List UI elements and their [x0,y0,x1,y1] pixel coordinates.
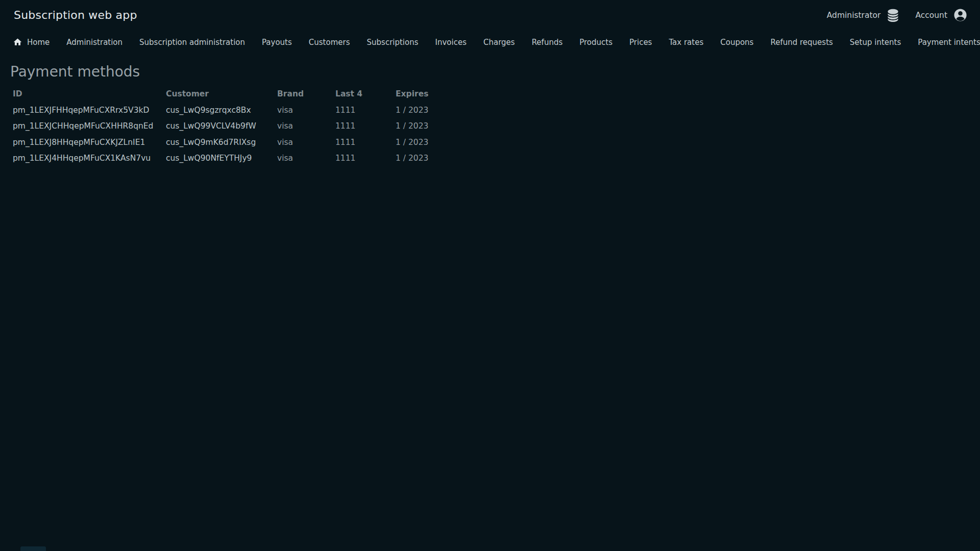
cell-brand: visa [277,118,335,135]
payment-methods-table: ID Customer Brand Last 4 Expires pm_1LEX… [0,86,980,166]
cell-customer: cus_LwQ9sgzrqxc8Bx [166,102,277,118]
header-right: Administrator Account [827,8,968,22]
cell-brand: visa [277,102,335,118]
nav-item-payouts[interactable]: Payouts [262,35,292,50]
account-label: Account [915,11,947,20]
administrator-menu[interactable]: Administrator [827,8,900,22]
nav-item-subscription-administration[interactable]: Subscription administration [139,35,245,50]
cell-customer: cus_LwQ9mK6d7RIXsg [166,134,277,151]
nav-item-products[interactable]: Products [579,35,612,50]
nav-item-payment-intents[interactable]: Payment intents [918,35,980,50]
cell-last4: 1111 [335,151,396,167]
page-title: Payment methods [10,63,980,81]
cell-id: pm_1LEXJ8HHqepMFuCXKJZLnIE1 [13,134,166,151]
nav-item-coupons[interactable]: Coupons [720,35,753,50]
column-header-id: ID [13,86,166,102]
nav-item-customers[interactable]: Customers [309,35,350,50]
status-tooltip-fragment [20,546,46,551]
cell-last4: 1111 [335,102,396,118]
cell-expires: 1 / 2023 [396,102,980,118]
cell-id: pm_1LEXJFHHqepMFuCXRrx5V3kD [13,102,166,118]
cell-expires: 1 / 2023 [396,118,980,135]
nav-item-charges[interactable]: Charges [483,35,515,50]
cell-id: pm_1LEXJCHHqepMFuCXHHR8qnEd [13,118,166,135]
database-icon [886,8,900,22]
nav-item-invoices[interactable]: Invoices [435,35,467,50]
nav-item-label: Home [27,38,50,47]
cell-expires: 1 / 2023 [396,151,980,167]
home-icon [13,37,22,47]
nav-item-refunds[interactable]: Refunds [532,35,563,50]
nav-item-tax-rates[interactable]: Tax rates [669,35,703,50]
administrator-label: Administrator [827,11,881,20]
nav-item-setup-intents[interactable]: Setup intents [850,35,901,50]
column-header-expires: Expires [396,86,980,102]
cell-last4: 1111 [335,118,396,135]
cell-brand: visa [277,134,335,151]
nav-item-administration[interactable]: Administration [66,35,122,50]
main-nav: Home Administration Subscription adminis… [0,34,980,50]
cell-id: pm_1LEXJ4HHqepMFuCX1KAsN7vu [13,151,166,167]
account-menu[interactable]: Account [915,8,968,22]
cell-brand: visa [277,151,335,167]
person-circle-icon [953,8,968,22]
main-content: Payment methods ID Customer Brand Last 4… [0,63,980,166]
nav-item-refund-requests[interactable]: Refund requests [770,35,832,50]
nav-item-prices[interactable]: Prices [629,35,652,50]
cell-last4: 1111 [335,134,396,151]
cell-expires: 1 / 2023 [396,134,980,151]
app-title[interactable]: Subscription web app [14,9,137,21]
column-header-brand: Brand [277,86,335,102]
column-header-last4: Last 4 [335,86,396,102]
nav-item-subscriptions[interactable]: Subscriptions [367,35,419,50]
column-header-customer: Customer [166,86,277,102]
app-header: Subscription web app Administrator Accou… [0,0,980,23]
nav-item-home[interactable]: Home [13,34,50,50]
cell-customer: cus_LwQ99VCLV4b9fW [166,118,277,135]
cell-customer: cus_LwQ90NfEYTHJy9 [166,151,277,167]
